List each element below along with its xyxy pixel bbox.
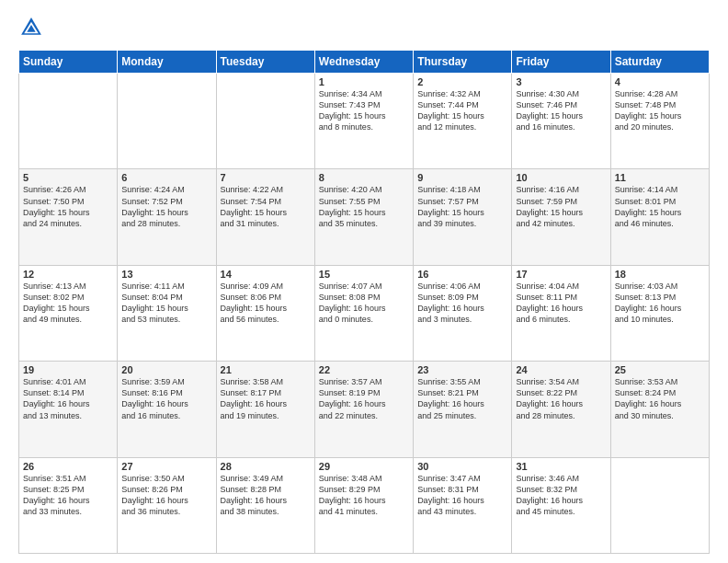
day-info: Sunrise: 4:32 AM Sunset: 7:44 PM Dayligh… xyxy=(417,88,507,133)
day-number: 17 xyxy=(516,269,606,280)
day-number: 2 xyxy=(417,76,507,87)
day-number: 7 xyxy=(221,172,311,183)
day-number: 8 xyxy=(319,172,409,183)
day-number: 1 xyxy=(319,76,409,87)
day-info: Sunrise: 4:06 AM Sunset: 8:09 PM Dayligh… xyxy=(417,281,507,326)
day-info: Sunrise: 3:50 AM Sunset: 8:26 PM Dayligh… xyxy=(121,473,211,518)
day-number: 16 xyxy=(417,269,507,280)
day-info: Sunrise: 4:28 AM Sunset: 7:48 PM Dayligh… xyxy=(615,88,705,133)
day-info: Sunrise: 3:46 AM Sunset: 8:32 PM Dayligh… xyxy=(516,473,606,518)
day-cell-13: 13Sunrise: 4:11 AM Sunset: 8:04 PM Dayli… xyxy=(118,265,216,361)
header xyxy=(18,15,710,40)
day-cell-27: 27Sunrise: 3:50 AM Sunset: 8:26 PM Dayli… xyxy=(118,457,216,553)
day-number: 25 xyxy=(615,364,705,375)
day-number: 9 xyxy=(417,172,507,183)
day-number: 21 xyxy=(221,364,311,375)
day-cell-1: 1Sunrise: 4:34 AM Sunset: 7:43 PM Daylig… xyxy=(314,74,413,169)
day-number: 28 xyxy=(221,461,311,472)
day-cell-6: 6Sunrise: 4:24 AM Sunset: 7:52 PM Daylig… xyxy=(118,169,216,265)
day-cell-15: 15Sunrise: 4:07 AM Sunset: 8:08 PM Dayli… xyxy=(314,265,413,361)
day-number: 19 xyxy=(23,364,113,375)
day-number: 23 xyxy=(417,364,507,375)
day-number: 4 xyxy=(615,76,705,87)
day-cell-25: 25Sunrise: 3:53 AM Sunset: 8:24 PM Dayli… xyxy=(610,362,709,457)
day-number: 24 xyxy=(516,364,606,375)
day-number: 13 xyxy=(121,269,211,280)
day-cell-16: 16Sunrise: 4:06 AM Sunset: 8:09 PM Dayli… xyxy=(414,265,512,361)
day-number: 22 xyxy=(319,364,409,375)
logo xyxy=(18,15,48,40)
empty-cell xyxy=(216,74,314,169)
day-info: Sunrise: 3:48 AM Sunset: 8:29 PM Dayligh… xyxy=(319,473,409,518)
day-info: Sunrise: 4:11 AM Sunset: 8:04 PM Dayligh… xyxy=(121,281,211,326)
day-info: Sunrise: 3:51 AM Sunset: 8:25 PM Dayligh… xyxy=(23,473,113,518)
day-cell-19: 19Sunrise: 4:01 AM Sunset: 8:14 PM Dayli… xyxy=(19,362,118,457)
day-number: 31 xyxy=(516,461,606,472)
day-cell-8: 8Sunrise: 4:20 AM Sunset: 7:55 PM Daylig… xyxy=(314,169,413,265)
weekday-header-thursday: Thursday xyxy=(414,51,512,74)
day-cell-3: 3Sunrise: 4:30 AM Sunset: 7:46 PM Daylig… xyxy=(512,74,610,169)
day-info: Sunrise: 4:01 AM Sunset: 8:14 PM Dayligh… xyxy=(23,376,113,421)
weekday-header-tuesday: Tuesday xyxy=(216,51,314,74)
day-cell-28: 28Sunrise: 3:49 AM Sunset: 8:28 PM Dayli… xyxy=(216,457,314,553)
week-row-3: 12Sunrise: 4:13 AM Sunset: 8:02 PM Dayli… xyxy=(19,265,710,361)
day-number: 5 xyxy=(23,172,113,183)
day-cell-24: 24Sunrise: 3:54 AM Sunset: 8:22 PM Dayli… xyxy=(512,362,610,457)
weekday-header-wednesday: Wednesday xyxy=(314,51,413,74)
day-info: Sunrise: 3:57 AM Sunset: 8:19 PM Dayligh… xyxy=(319,376,409,421)
day-info: Sunrise: 4:13 AM Sunset: 8:02 PM Dayligh… xyxy=(23,281,113,326)
day-info: Sunrise: 3:55 AM Sunset: 8:21 PM Dayligh… xyxy=(417,376,507,421)
day-cell-29: 29Sunrise: 3:48 AM Sunset: 8:29 PM Dayli… xyxy=(314,457,413,553)
page: SundayMondayTuesdayWednesdayThursdayFrid… xyxy=(0,0,728,563)
day-cell-12: 12Sunrise: 4:13 AM Sunset: 8:02 PM Dayli… xyxy=(19,265,118,361)
day-info: Sunrise: 3:59 AM Sunset: 8:16 PM Dayligh… xyxy=(121,376,211,421)
day-info: Sunrise: 3:54 AM Sunset: 8:22 PM Dayligh… xyxy=(516,376,606,421)
weekday-row: SundayMondayTuesdayWednesdayThursdayFrid… xyxy=(19,51,710,74)
day-info: Sunrise: 4:22 AM Sunset: 7:54 PM Dayligh… xyxy=(221,184,311,229)
day-cell-9: 9Sunrise: 4:18 AM Sunset: 7:57 PM Daylig… xyxy=(414,169,512,265)
day-number: 30 xyxy=(417,461,507,472)
empty-cell xyxy=(19,74,118,169)
day-number: 3 xyxy=(516,76,606,87)
day-number: 14 xyxy=(221,269,311,280)
day-cell-30: 30Sunrise: 3:47 AM Sunset: 8:31 PM Dayli… xyxy=(414,457,512,553)
day-info: Sunrise: 3:47 AM Sunset: 8:31 PM Dayligh… xyxy=(417,473,507,518)
day-info: Sunrise: 4:14 AM Sunset: 8:01 PM Dayligh… xyxy=(615,184,705,229)
week-row-5: 26Sunrise: 3:51 AM Sunset: 8:25 PM Dayli… xyxy=(19,457,710,553)
empty-cell xyxy=(118,74,216,169)
day-number: 10 xyxy=(516,172,606,183)
weekday-header-friday: Friday xyxy=(512,51,610,74)
day-cell-20: 20Sunrise: 3:59 AM Sunset: 8:16 PM Dayli… xyxy=(118,362,216,457)
day-info: Sunrise: 4:04 AM Sunset: 8:11 PM Dayligh… xyxy=(516,281,606,326)
day-info: Sunrise: 3:53 AM Sunset: 8:24 PM Dayligh… xyxy=(615,376,705,421)
weekday-header-sunday: Sunday xyxy=(19,51,118,74)
week-row-2: 5Sunrise: 4:26 AM Sunset: 7:50 PM Daylig… xyxy=(19,169,710,265)
day-info: Sunrise: 4:07 AM Sunset: 8:08 PM Dayligh… xyxy=(319,281,409,326)
day-number: 20 xyxy=(121,364,211,375)
day-cell-14: 14Sunrise: 4:09 AM Sunset: 8:06 PM Dayli… xyxy=(216,265,314,361)
day-cell-11: 11Sunrise: 4:14 AM Sunset: 8:01 PM Dayli… xyxy=(610,169,709,265)
day-info: Sunrise: 4:30 AM Sunset: 7:46 PM Dayligh… xyxy=(516,88,606,133)
empty-cell xyxy=(610,457,709,553)
day-number: 27 xyxy=(121,461,211,472)
weekday-header-saturday: Saturday xyxy=(610,51,709,74)
day-info: Sunrise: 4:18 AM Sunset: 7:57 PM Dayligh… xyxy=(417,184,507,229)
day-info: Sunrise: 4:20 AM Sunset: 7:55 PM Dayligh… xyxy=(319,184,409,229)
day-number: 6 xyxy=(121,172,211,183)
day-info: Sunrise: 4:34 AM Sunset: 7:43 PM Dayligh… xyxy=(319,88,409,133)
day-cell-2: 2Sunrise: 4:32 AM Sunset: 7:44 PM Daylig… xyxy=(414,74,512,169)
day-info: Sunrise: 4:03 AM Sunset: 8:13 PM Dayligh… xyxy=(615,281,705,326)
calendar-header: SundayMondayTuesdayWednesdayThursdayFrid… xyxy=(19,51,710,74)
day-cell-18: 18Sunrise: 4:03 AM Sunset: 8:13 PM Dayli… xyxy=(610,265,709,361)
day-cell-23: 23Sunrise: 3:55 AM Sunset: 8:21 PM Dayli… xyxy=(414,362,512,457)
day-number: 12 xyxy=(23,269,113,280)
day-cell-31: 31Sunrise: 3:46 AM Sunset: 8:32 PM Dayli… xyxy=(512,457,610,553)
day-cell-4: 4Sunrise: 4:28 AM Sunset: 7:48 PM Daylig… xyxy=(610,74,709,169)
day-number: 29 xyxy=(319,461,409,472)
week-row-1: 1Sunrise: 4:34 AM Sunset: 7:43 PM Daylig… xyxy=(19,74,710,169)
day-info: Sunrise: 4:09 AM Sunset: 8:06 PM Dayligh… xyxy=(221,281,311,326)
day-info: Sunrise: 4:24 AM Sunset: 7:52 PM Dayligh… xyxy=(121,184,211,229)
calendar-body: 1Sunrise: 4:34 AM Sunset: 7:43 PM Daylig… xyxy=(19,74,710,554)
day-number: 26 xyxy=(23,461,113,472)
day-info: Sunrise: 4:26 AM Sunset: 7:50 PM Dayligh… xyxy=(23,184,113,229)
